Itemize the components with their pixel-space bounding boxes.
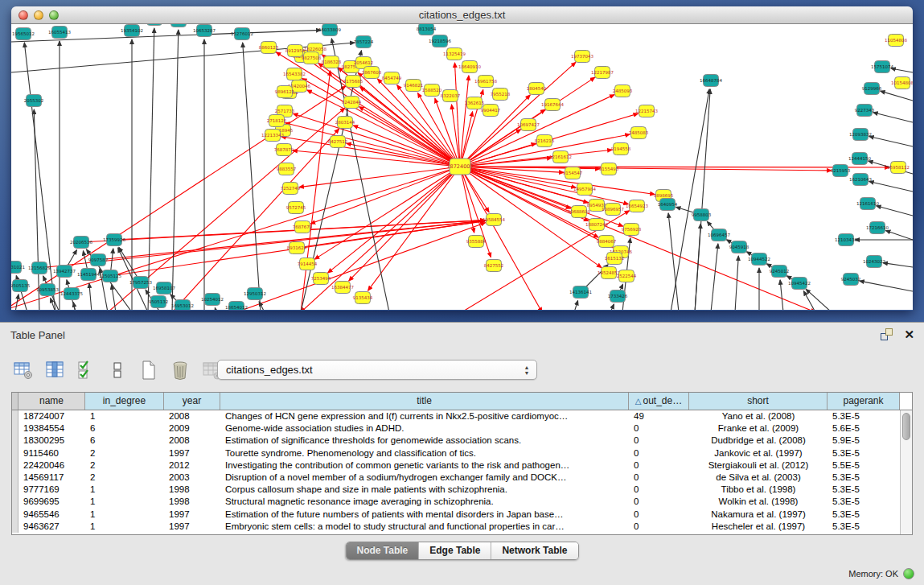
citation-edge-red[interactable] [460,167,815,310]
table-cell[interactable]: 5.6E-5 [827,422,900,435]
citation-edge-black[interactable] [885,231,913,241]
table-cell[interactable]: Nakamura et al. (1997) [689,509,827,521]
citation-edge-black[interactable] [15,295,18,310]
table-cell[interactable]: Embryonic stem cells: a model to study s… [220,521,629,533]
network-canvas[interactable]: 1872400798275031654338291566322571733361… [11,24,913,310]
table-cell[interactable]: 0 [629,422,689,435]
delete-attribute-trash-button[interactable] [170,360,191,381]
table-cell[interactable]: 2012 [164,459,220,472]
select-attributes-button[interactable] [76,360,97,381]
table-cell[interactable]: 1 [85,484,164,496]
citation-edge-black[interactable] [877,206,913,216]
table-cell[interactable]: 1998 [164,496,220,508]
table-cell[interactable]: 9699695 [18,496,85,508]
column-header-short[interactable]: short [689,393,827,410]
table-cell[interactable]: 2 [85,459,164,472]
table-cell[interactable]: 1997 [164,521,220,533]
citation-edge-black[interactable] [869,137,913,147]
table-selector-dropdown[interactable]: citations_edges.txt ▲▼ [217,360,537,380]
citation-edge-black[interactable] [215,308,216,311]
citation-edge-black[interactable] [671,89,709,310]
table-row[interactable]: 1830029562008Estimation of significance … [12,435,912,447]
table-cell[interactable]: 6 [85,422,164,435]
table-cell[interactable]: 1998 [164,484,220,496]
table-cell[interactable]: 14569117 [18,472,85,484]
table-cell[interactable]: 0 [629,521,689,533]
table-cell[interactable]: Disruption of a novel member of a sodium… [220,472,629,484]
table-cell[interactable]: 5.3E-5 [827,484,900,496]
table-scrollbar[interactable] [900,410,912,534]
graph-node-teal[interactable] [171,24,187,27]
citation-edge-black[interactable] [89,283,92,310]
table-cell[interactable]: 0 [629,496,689,508]
table-row[interactable]: 969969511998Structural magnetic resonanc… [12,496,912,508]
table-row[interactable]: 946362711997Embryonic stem cells: a mode… [12,521,912,533]
tab-network-table[interactable]: Network Table [491,542,577,559]
table-cell[interactable]: Changes of HCN gene expression and I(f) … [220,410,629,422]
table-cell[interactable]: 2 [85,447,164,459]
citation-edge-black[interactable] [172,30,179,310]
table-cell[interactable]: 9463627 [18,521,85,533]
table-cell[interactable]: Yano et al. (2008) [689,410,827,422]
table-cell[interactable]: Tibbo et al. (1998) [689,484,827,496]
table-cell[interactable]: 5.3E-5 [827,447,900,459]
table-row[interactable]: 2242004622012Investigating the contribut… [12,459,912,472]
graph-node-teal[interactable] [147,24,162,26]
table-cell[interactable]: 0 [629,484,689,496]
new-table-button[interactable] [138,360,159,381]
table-cell[interactable]: 1 [85,496,164,508]
citation-edge-black[interactable] [883,263,913,267]
table-cell[interactable]: 5.9E-5 [827,435,900,447]
table-cell[interactable]: Structural magnetic resonance image aver… [220,496,629,508]
table-cell[interactable]: Corpus callosum shape and size in male p… [220,484,629,496]
table-cell[interactable]: 18300295 [18,435,85,447]
table-cell[interactable]: Hescheler et al. (1997) [689,521,827,533]
citation-edge-red[interactable] [299,167,460,187]
table-cell[interactable]: de Silva et al. (2003) [689,472,827,484]
table-cell[interactable]: 9777169 [18,484,85,496]
citation-edge-black[interactable] [891,68,913,72]
table-cell[interactable]: Estimation of the future numbers of pati… [220,509,629,521]
column-header-year[interactable]: year [164,393,220,410]
citation-edge-black[interactable] [711,244,718,310]
table-cell[interactable]: 0 [629,435,689,447]
column-chooser-button[interactable] [44,360,65,381]
citation-edge-red[interactable] [310,167,460,224]
citation-edge-black[interactable] [34,109,39,310]
citation-edge-black[interactable] [780,280,783,310]
citation-edge-black[interactable] [735,256,738,310]
citation-edge-black[interactable] [574,301,578,311]
column-header-pagerank[interactable]: pagerank [827,393,900,410]
citation-edge-black[interactable] [881,91,913,101]
table-cell[interactable]: 9115460 [18,447,85,459]
citation-edge-red[interactable] [460,167,655,195]
citation-edge-black[interactable] [803,291,815,310]
table-cell[interactable]: 2003 [164,472,220,484]
tab-edge-table[interactable]: Edge Table [418,542,491,559]
table-cell[interactable]: Dudbridge et al. (2008) [689,435,827,447]
table-cell[interactable]: 1997 [164,447,220,459]
citation-edge-black[interactable] [610,304,614,310]
citation-edge-black[interactable] [695,89,710,310]
tab-node-table[interactable]: Node Table [346,542,418,559]
table-cell[interactable]: Stergiakouli et al. (2012) [689,459,827,472]
table-cell[interactable]: 2008 [164,435,220,447]
table-cell[interactable]: 2009 [164,422,220,435]
table-cell[interactable]: 2 [85,472,164,484]
table-cell[interactable]: 0 [629,459,689,472]
citation-edge-red[interactable] [455,63,461,167]
table-cell[interactable]: 5.3E-5 [827,509,900,521]
citation-edge-red[interactable] [328,167,460,273]
table-row[interactable]: 1872400712008Changes of HCN gene express… [12,410,912,422]
table-body[interactable]: 1872400712008Changes of HCN gene express… [12,410,912,533]
table-cell[interactable]: 18724007 [18,410,85,422]
citation-edge-red[interactable] [359,107,461,167]
table-row[interactable]: 977716911998Corpus callosum shape and si… [12,484,912,496]
row-height-button[interactable] [107,360,128,381]
citation-edge-black[interactable] [860,281,913,291]
column-header-in_degree[interactable]: in_degree [85,393,164,410]
table-cell[interactable]: 2008 [164,410,220,422]
column-header-title[interactable]: title [220,393,629,410]
table-cell[interactable]: 5.3E-5 [827,410,900,422]
table-cell[interactable]: Genome-wide association studies in ADHD. [220,422,629,435]
